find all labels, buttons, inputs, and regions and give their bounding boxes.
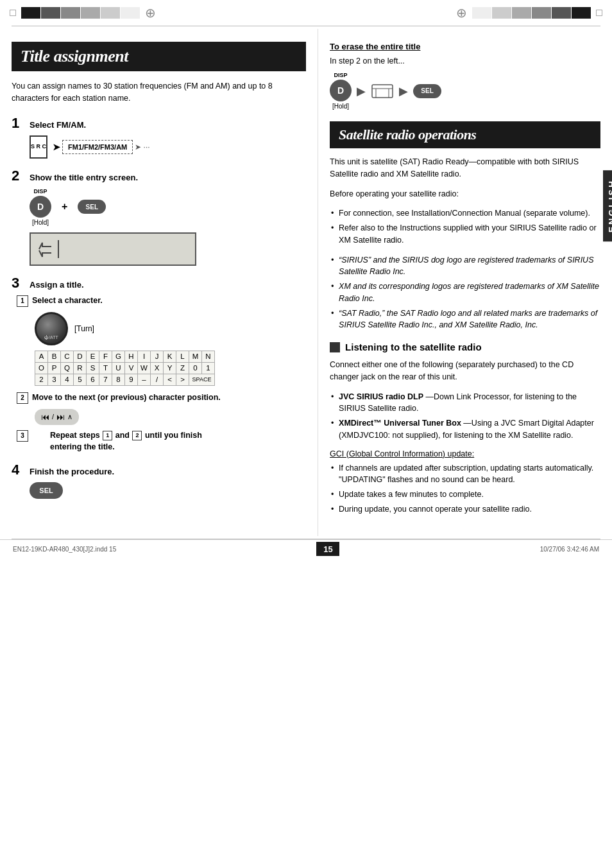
char-K: K	[164, 351, 176, 362]
listening-bullet-1: JVC SIRIUS radio DLP —Down Link Processo…	[330, 391, 600, 415]
black-square-icon	[330, 342, 340, 352]
step-3: 3 Assign a title. 1 Select a character. …	[12, 276, 306, 453]
jvc-sirius-bold: JVC SIRIUS radio DLP	[339, 392, 423, 401]
sat-intro-1: This unit is satellite (SAT) Radio Ready…	[330, 156, 600, 180]
step-4-num: 4	[12, 463, 24, 477]
char-P: P	[48, 362, 61, 374]
corner-mark-tl	[10, 10, 16, 16]
crosshair-right: ⊕	[456, 5, 467, 21]
nav-buttons: ⏮ / ⏭ ∧	[35, 409, 79, 425]
d-label: D	[37, 202, 44, 212]
substep-3-text: Repeat steps 1 and 2 until you finish en…	[50, 430, 202, 453]
color-swatches-left	[21, 7, 140, 19]
char-M: M	[189, 351, 202, 362]
swatch-r3	[512, 7, 531, 19]
step-2-num: 2	[12, 169, 24, 183]
sat-bullet-1: For connection, see Installation/Connect…	[330, 207, 600, 220]
char-A: A	[35, 351, 48, 362]
swatch-lightest-gray	[121, 7, 140, 19]
gci-bullet-2: Update takes a few minutes to complete.	[330, 489, 600, 501]
char-2: 2	[35, 374, 48, 385]
erase-sel-button: SEL	[413, 84, 441, 98]
italic-bullet-3: “SAT Radio,” the SAT Radio logo and all …	[330, 308, 600, 332]
char-slash: /	[151, 374, 164, 385]
page-number: 15	[316, 542, 339, 556]
sel-button: SEL	[78, 200, 106, 214]
erase-d-button: D	[330, 80, 352, 101]
char-Y: Y	[164, 362, 176, 374]
bottom-bar: EN12-19KD-AR480_430[J]2.indd 15 15 10/27…	[0, 539, 612, 559]
step-4: 4 Finish the procedure. SEL	[12, 463, 306, 499]
char-Z: Z	[176, 362, 189, 374]
step-3-title: Assign a title.	[30, 280, 84, 290]
char-C: C	[61, 351, 74, 362]
char-B: B	[48, 351, 61, 362]
tape-icon	[371, 80, 394, 103]
knob-inner-label: ⏻/ATT	[44, 335, 58, 340]
sel-large-button: SEL	[30, 482, 63, 499]
src-box: S R C	[30, 135, 47, 159]
gci-bullet-1: If channels are updated after subscripti…	[330, 462, 600, 487]
top-decorations: ⊕ ⊕	[0, 0, 612, 26]
char-G: G	[112, 351, 125, 362]
step-1-num: 1	[12, 116, 24, 130]
char-V: V	[125, 362, 138, 374]
char-O: O	[35, 362, 48, 374]
color-swatches-right	[472, 7, 591, 19]
char-X: X	[151, 362, 164, 374]
turn-label: [Turn]	[74, 324, 94, 333]
satellite-title-box: Satellite radio operations	[330, 121, 600, 148]
swatch-black	[21, 7, 40, 19]
disp-button-area: DISP D [Hold]	[30, 188, 51, 226]
char-S: S	[87, 362, 99, 374]
substep-1-num: 1	[17, 295, 28, 307]
char-row-1: ABCDEFGHIJKLMN	[35, 351, 215, 362]
gci-bullet-3: During update, you cannot operate your s…	[330, 503, 600, 516]
step-2-header: 2 Show the title entry screen.	[12, 169, 306, 183]
erase-arrow2: ▶	[399, 84, 408, 98]
svg-rect-0	[372, 85, 393, 98]
char-L: L	[176, 351, 189, 362]
char-7: 7	[99, 374, 112, 385]
char-J: J	[151, 351, 164, 362]
char-space: SPACE	[189, 374, 215, 385]
right-arrow: ➤	[53, 142, 60, 152]
fm-diagram: S R C ➤ FM1/FM2/FM3/AM ➤ ···	[30, 135, 306, 159]
erase-arrow: ▶	[357, 84, 366, 98]
char-5: 5	[74, 374, 87, 385]
character-table: ABCDEFGHIJKLMN OPQRSTUVWXYZ01 23456789–/…	[35, 351, 215, 386]
swatch-r1	[472, 7, 491, 19]
page-wrapper: ⊕ ⊕ Title assignment You can assign	[0, 0, 612, 868]
intro-text: You can assign names to 30 station frequ…	[12, 80, 306, 105]
substep-1: 1 Select a character.	[17, 295, 306, 307]
until-label: until you finish	[145, 431, 202, 440]
disp-area: DISP D [Hold] + SEL	[30, 188, 306, 226]
nav-slash: /	[52, 413, 54, 421]
listening-bullet-2: XMDirect™ Universal Tuner Box —Using a J…	[330, 417, 600, 442]
repeat-steps-label: Repeat steps	[50, 431, 102, 440]
swatch-light-gray	[81, 7, 100, 19]
erase-sel-label: SEL	[421, 87, 433, 94]
d-button: D	[30, 196, 51, 218]
two-column-layout: Title assignment You can assign names to…	[0, 29, 612, 536]
char-3: 3	[48, 374, 61, 385]
crosshair-left: ⊕	[145, 5, 156, 21]
swatch-r5	[552, 7, 571, 19]
cursor-arrows-icon	[36, 236, 55, 262]
plus-sign: +	[62, 201, 67, 213]
erase-diagram: DISP D [Hold] ▶ ▶	[330, 72, 600, 110]
fm-label: FM1/FM2/FM3/AM	[62, 140, 133, 154]
char-row-2: OPQRSTUVWXYZ01	[35, 362, 215, 374]
char-W: W	[138, 362, 151, 374]
entering-label: entering the title.	[50, 442, 115, 451]
listening-section-header: Listening to the satellite radio	[330, 342, 600, 352]
char-T: T	[99, 362, 112, 374]
sat-bullet-list: For connection, see Installation/Connect…	[330, 207, 600, 246]
erase-hold-label: [Hold]	[332, 103, 349, 110]
nav-caret: ∧	[67, 413, 72, 421]
step2-note: In step 2 on the left...	[330, 56, 600, 65]
sat-bullet-2: Refer also to the Instructions supplied …	[330, 222, 600, 247]
char-I: I	[138, 351, 151, 362]
knob-icon: ⏻/ATT	[35, 312, 68, 345]
right-column: To erase the entire title In step 2 on t…	[318, 29, 612, 536]
